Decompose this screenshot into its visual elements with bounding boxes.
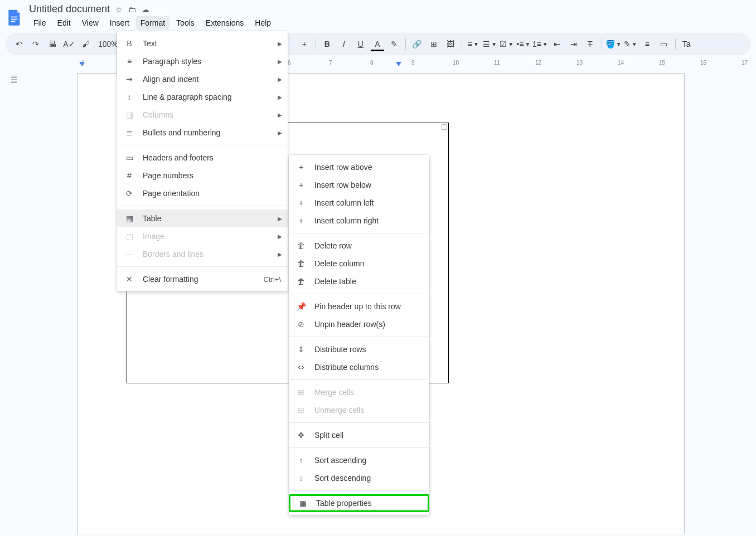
text-color-button[interactable]: A xyxy=(370,36,385,52)
menu-item-label: Delete row xyxy=(314,241,423,250)
move-icon[interactable]: 🗀 xyxy=(128,5,136,14)
table-sort-ascending[interactable]: ↑Sort ascending xyxy=(289,451,429,469)
table-merge-cells: ⊞Merge cells xyxy=(289,383,429,401)
numbered-list-button[interactable]: 1≡▼ xyxy=(532,36,548,52)
clear-formatting-button[interactable]: T̶ xyxy=(583,36,598,52)
menu-separator xyxy=(289,233,429,233)
menu-format[interactable]: Format xyxy=(136,16,169,30)
columns-icon: ▥ xyxy=(124,110,135,119)
highlight-color-button[interactable]: ✎ xyxy=(386,36,402,52)
format-page-orientation[interactable]: ⟳Page orientation xyxy=(117,184,288,202)
menu-item-label: Image xyxy=(143,232,281,241)
table-distribute-columns[interactable]: ⇔Distribute columns xyxy=(289,358,429,376)
docs-logo[interactable] xyxy=(4,7,25,27)
right-indent-marker[interactable] xyxy=(396,62,401,66)
spellcheck-button[interactable]: A✓ xyxy=(61,36,77,52)
insert-icon: + xyxy=(295,181,307,189)
menu-shortcut: Ctrl+\ xyxy=(264,275,281,284)
insert-link-button[interactable]: 🔗 xyxy=(409,36,425,52)
table-split-cell[interactable]: ✥Split cell xyxy=(289,426,429,444)
menu-extensions[interactable]: Extensions xyxy=(201,16,248,30)
table-unpin-header-row-s-[interactable]: ⊘Unpin header row(s) xyxy=(289,315,429,333)
table-delete-table[interactable]: 🗑Delete table xyxy=(289,272,429,290)
menu-item-label: Distribute columns xyxy=(314,363,423,372)
menu-separator xyxy=(289,447,429,448)
bulleted-list-button[interactable]: •≡▼ xyxy=(516,36,531,52)
menu-file[interactable]: File xyxy=(29,16,51,30)
format-line-paragraph-spacing[interactable]: ↕Line & paragraph spacing▶ xyxy=(117,88,288,106)
menu-item-label: Line & paragraph spacing xyxy=(143,92,281,101)
menu-tools[interactable]: Tools xyxy=(172,16,199,30)
fill-color-button[interactable]: 🪣▼ xyxy=(605,36,622,52)
menu-help[interactable]: Help xyxy=(250,16,275,30)
svg-rect-0 xyxy=(11,16,17,17)
table-insert-row-below[interactable]: +Insert row below xyxy=(289,176,429,194)
menu-view[interactable]: View xyxy=(77,16,103,30)
table-insert-row-above[interactable]: +Insert row above xyxy=(289,158,429,176)
ruler-tick: 16 xyxy=(700,60,706,66)
text-icon: B xyxy=(124,39,135,48)
pin-icon: 📌 xyxy=(295,302,307,311)
paint-format-button[interactable]: 🖌 xyxy=(78,36,94,52)
line-spacing-button[interactable]: ☰▼ xyxy=(482,36,498,52)
undo-button[interactable]: ↶ xyxy=(11,36,27,52)
format-headers-and-footers[interactable]: ▭Headers and footers xyxy=(117,149,288,167)
table-options-handle[interactable] xyxy=(442,124,447,130)
table-submenu: +Insert row above+Insert row below+Inser… xyxy=(289,155,429,515)
menu-item-label: Insert column right xyxy=(314,216,423,225)
format-align-and-indent[interactable]: ⇥Align and indent▶ xyxy=(117,70,288,88)
submenu-arrow-icon: ▶ xyxy=(278,112,282,118)
font-size-increase-button[interactable]: + xyxy=(297,36,312,52)
ruler-tick: 15 xyxy=(659,60,665,66)
distribute-icon: ⇔ xyxy=(295,363,307,372)
menu-item-label: Clear formatting xyxy=(143,275,256,284)
format-text[interactable]: BText▶ xyxy=(117,35,288,52)
unmerge-icon: ⊟ xyxy=(295,406,307,415)
menu-item-label: Bullets and numbering xyxy=(143,128,281,137)
format-paragraph-styles[interactable]: ≡Paragraph styles▶ xyxy=(117,52,288,70)
table-insert-column-right[interactable]: +Insert column right xyxy=(289,212,429,230)
table-delete-row[interactable]: 🗑Delete row xyxy=(289,237,429,255)
bold-button[interactable]: B xyxy=(319,36,335,52)
table-sort-descending[interactable]: ↓Sort descending xyxy=(289,469,429,487)
toolbar-more[interactable]: Ta xyxy=(679,36,694,52)
table-delete-column[interactable]: 🗑Delete column xyxy=(289,255,429,272)
delete-icon: 🗑 xyxy=(295,241,307,250)
table-unmerge-cells: ⊟Unmerge cells xyxy=(289,401,429,419)
border-width-button[interactable]: ≡ xyxy=(639,36,655,52)
cloud-status-icon[interactable]: ☁ xyxy=(142,5,149,14)
increase-indent-button[interactable]: ⇥ xyxy=(566,36,581,52)
paragraph-icon: ≡ xyxy=(124,57,135,66)
border-color-button[interactable]: ✎▼ xyxy=(623,36,638,52)
table-distribute-rows[interactable]: ⇕Distribute rows xyxy=(289,340,429,358)
insert-icon: + xyxy=(295,163,307,172)
format-table[interactable]: ▦Table▶ xyxy=(117,209,288,227)
print-button[interactable]: 🖶 xyxy=(45,36,60,52)
checklist-button[interactable]: ☑▼ xyxy=(499,36,515,52)
star-icon[interactable]: ☆ xyxy=(115,5,123,14)
decrease-indent-button[interactable]: ⇤ xyxy=(549,36,565,52)
align-button[interactable]: ≡▼ xyxy=(466,36,481,52)
italic-button[interactable]: I xyxy=(336,36,352,52)
menu-insert[interactable]: Insert xyxy=(105,16,134,30)
table-table-properties[interactable]: ▦Table properties xyxy=(289,494,429,512)
ruler-tick: 11 xyxy=(494,60,500,66)
redo-button[interactable]: ↷ xyxy=(28,36,43,52)
menu-separator xyxy=(289,337,429,337)
document-title[interactable]: Untitled document xyxy=(29,3,110,15)
show-outline-button[interactable]: ☰ xyxy=(5,71,23,89)
menu-item-label: Sort descending xyxy=(314,474,423,483)
table-pin-header-up-to-this-row[interactable]: 📌Pin header up to this row xyxy=(289,298,429,315)
merge-icon: ⊞ xyxy=(295,388,307,397)
menu-item-label: Text xyxy=(143,39,281,48)
table-icon: ▦ xyxy=(297,499,308,508)
format-page-numbers[interactable]: #Page numbers xyxy=(117,167,288,184)
border-dash-button[interactable]: ▭ xyxy=(656,36,672,52)
table-insert-column-left[interactable]: +Insert column left xyxy=(289,194,429,212)
add-comment-button[interactable]: ⊞ xyxy=(426,36,442,52)
format-clear-formatting[interactable]: ✕Clear formattingCtrl+\ xyxy=(117,270,288,288)
format-bullets-and-numbering[interactable]: ≣Bullets and numbering▶ xyxy=(117,124,288,142)
insert-image-button[interactable]: 🖼 xyxy=(443,36,458,52)
underline-button[interactable]: U xyxy=(353,36,369,52)
menu-edit[interactable]: Edit xyxy=(53,16,75,30)
